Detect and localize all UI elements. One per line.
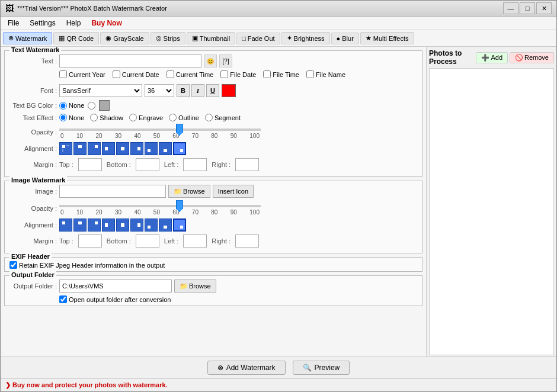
svg-rect-17 <box>148 226 151 229</box>
align-bc[interactable] <box>159 142 172 155</box>
svg-rect-16 <box>137 223 140 227</box>
checkbox-row: Current Year Current Date Current Time F… <box>59 70 417 81</box>
image-input-row: Image : 📁 Browse Insert Icon <box>9 185 417 198</box>
exif-checkbox[interactable]: Retain EXIF Jpeg Header information in t… <box>9 261 417 269</box>
open-folder-checkbox[interactable]: Open output folder after conversion <box>59 295 417 303</box>
tab-blur[interactable]: ● Blur <box>331 33 359 44</box>
bold-button[interactable]: B <box>177 84 190 97</box>
tab-multieffects[interactable]: ★ Multi Effects <box>360 32 414 44</box>
title-bar: 🖼 ***Trial Version*** PhotoX Batch Water… <box>1 1 556 17</box>
image-margin-top[interactable]: 30 <box>78 234 102 248</box>
tab-strips[interactable]: ◎ Strips <box>151 32 185 44</box>
emoji-button[interactable]: 😊 <box>204 54 217 68</box>
image-opacity-slider-container: 01020 304050 607080 90100 <box>59 201 417 216</box>
add-watermark-button[interactable]: ⊗ Add Watermark <box>207 361 286 375</box>
img-align-bc[interactable] <box>159 219 172 232</box>
help-button[interactable]: [?] <box>219 54 232 68</box>
bg-color-radio[interactable] <box>88 102 95 110</box>
font-select[interactable]: SansSerif <box>59 84 142 97</box>
effect-none[interactable]: None <box>59 114 84 121</box>
tab-fadeout[interactable]: □ Fade Out <box>236 33 280 44</box>
menu-file[interactable]: File <box>3 18 24 28</box>
menu-settings[interactable]: Settings <box>25 18 60 28</box>
effect-outline[interactable]: Outline <box>169 114 199 121</box>
image-opacity-label: Opacity : <box>9 205 57 212</box>
tab-thumbnail[interactable]: ▣ Thumbnail <box>187 32 235 44</box>
close-button[interactable]: ✕ <box>536 2 552 14</box>
output-browse-button[interactable]: 📁 Browse <box>174 279 216 293</box>
image-margin-left[interactable]: 30 <box>183 234 207 248</box>
text-margin-bottom[interactable]: 30 <box>136 158 159 171</box>
text-opacity-slider[interactable] <box>59 128 261 131</box>
format-buttons: B I U <box>177 84 219 97</box>
align-mc[interactable] <box>116 142 129 155</box>
text-margin-top[interactable]: 30 <box>78 158 102 171</box>
align-bl[interactable] <box>145 142 158 155</box>
align-tr[interactable] <box>88 142 101 155</box>
text-margin-left[interactable]: 30 <box>183 158 207 171</box>
add-photos-button[interactable]: ➕ Add <box>476 52 508 63</box>
thumbnail-icon: ▣ <box>192 34 198 42</box>
underline-button[interactable]: U <box>206 84 219 97</box>
checkbox-current-time[interactable]: Current Time <box>167 70 214 78</box>
align-tc[interactable] <box>73 142 87 155</box>
checkbox-file-time[interactable]: File Time <box>263 70 299 78</box>
img-align-mr[interactable] <box>130 219 143 232</box>
menu-help[interactable]: Help <box>62 18 86 28</box>
remove-photos-button[interactable]: 🚫 Remove <box>510 52 554 63</box>
img-align-tr[interactable] <box>88 219 101 232</box>
italic-button[interactable]: I <box>191 84 204 97</box>
photos-header: Photos to Process ➕ Add 🚫 Remove <box>429 49 554 66</box>
tab-watermark[interactable]: ⊗ Watermark <box>3 32 52 44</box>
remove-icon: 🚫 <box>515 54 523 62</box>
folder-icon: 📁 <box>174 188 182 195</box>
maximize-button[interactable]: □ <box>520 2 535 14</box>
checkbox-file-name[interactable]: File Name <box>306 70 345 78</box>
text-color-swatch[interactable] <box>222 84 236 97</box>
checkbox-file-date[interactable]: File Date <box>220 70 256 78</box>
checkbox-current-date[interactable]: Current Date <box>113 70 159 78</box>
output-folder-input[interactable] <box>59 279 172 293</box>
image-margin-bottom[interactable]: 30 <box>136 234 159 248</box>
photos-area <box>429 68 554 355</box>
text-opacity-row: Opacity : 01020 304050 607080 90100 <box>9 124 417 139</box>
insert-icon-button[interactable]: Insert Icon <box>213 185 254 198</box>
menu-buy-now[interactable]: Buy Now <box>87 18 126 28</box>
img-align-br[interactable] <box>173 219 186 232</box>
image-browse-button[interactable]: 📁 Browse <box>168 185 210 198</box>
align-br[interactable] <box>173 142 186 155</box>
minimize-button[interactable]: — <box>503 2 518 14</box>
tab-grayscale[interactable]: ◉ GrayScale <box>100 32 149 44</box>
preview-button[interactable]: 🔍 Preview <box>293 361 350 375</box>
svg-rect-0 <box>62 145 65 148</box>
effect-engrave[interactable]: Engrave <box>129 114 163 121</box>
image-opacity-slider[interactable] <box>59 205 261 207</box>
bg-color-swatch[interactable] <box>99 100 110 111</box>
checkbox-current-year[interactable]: Current Year <box>59 70 105 78</box>
tab-brightness[interactable]: ✦ Brightness <box>281 32 330 44</box>
text-bg-color-label: Text BG Color : <box>9 102 57 109</box>
image-alignment-buttons <box>59 219 186 232</box>
align-ml[interactable] <box>102 142 115 155</box>
output-folder-title: Output Folder <box>9 271 56 278</box>
img-align-mc[interactable] <box>116 219 129 232</box>
effect-segment[interactable]: Segment <box>205 114 241 121</box>
tab-qrcode[interactable]: ▦ QR Code <box>53 32 99 44</box>
font-label: Font : <box>9 87 57 94</box>
text-input-row: Text : 😊 [?] <box>9 54 417 68</box>
text-margin-right[interactable]: 30 <box>235 158 259 171</box>
text-input[interactable] <box>59 54 201 68</box>
img-align-tl[interactable] <box>59 219 72 232</box>
align-tl[interactable] <box>59 142 72 155</box>
img-align-bl[interactable] <box>145 219 158 232</box>
effect-shadow[interactable]: Shadow <box>90 114 123 121</box>
img-align-ml[interactable] <box>102 219 115 232</box>
image-margin-right[interactable]: 30 <box>235 234 259 248</box>
image-path-input[interactable] <box>59 185 166 198</box>
font-size-select[interactable]: 36 <box>145 84 174 97</box>
output-folder-icon: 📁 <box>180 282 188 290</box>
svg-rect-19 <box>180 226 183 229</box>
align-mr[interactable] <box>130 142 143 155</box>
img-align-tc[interactable] <box>73 219 87 232</box>
bg-none-radio[interactable]: None <box>59 102 84 110</box>
